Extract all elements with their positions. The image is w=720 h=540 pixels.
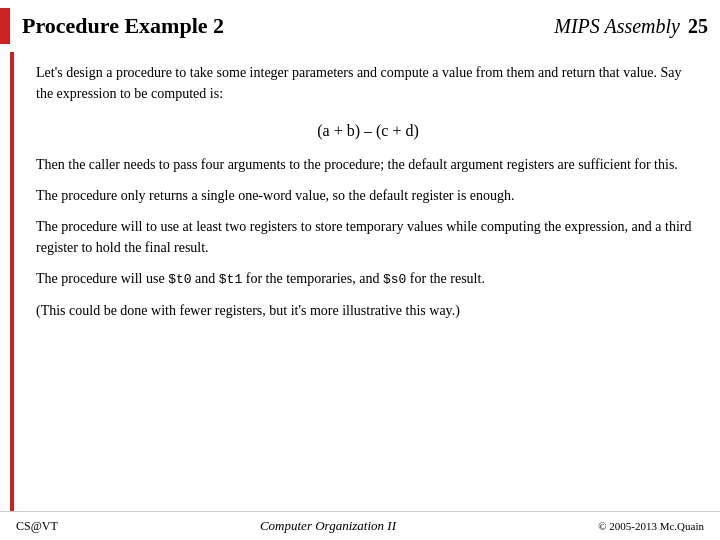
footer-right: © 2005-2013 Mc.Quain	[598, 520, 704, 532]
paragraph-5-prefix: The procedure will use	[36, 271, 168, 286]
footer-center: Computer Organization II	[260, 518, 396, 534]
paragraph-5-middle: for the temporaries, and	[242, 271, 383, 286]
paragraph-4: The procedure will to use at least two r…	[36, 216, 700, 258]
slide: Procedure Example 2 MIPS Assembly 25 Let…	[0, 0, 720, 540]
code-t1: $t1	[219, 272, 242, 287]
slide-header: Procedure Example 2 MIPS Assembly 25	[0, 0, 720, 52]
red-accent-bar	[0, 8, 10, 44]
slide-subtitle: MIPS Assembly	[554, 15, 680, 38]
code-t0: $t0	[168, 272, 191, 287]
slide-title: Procedure Example 2	[22, 13, 554, 39]
paragraph-1: Let's design a procedure to take some in…	[36, 62, 700, 104]
slide-footer: CS@VT Computer Organization II © 2005-20…	[0, 511, 720, 540]
paragraph-5: The procedure will use $t0 and $t1 for t…	[36, 268, 700, 290]
formula: (a + b) – (c + d)	[36, 122, 700, 140]
footer-left: CS@VT	[16, 519, 58, 534]
paragraph-5-and: and	[192, 271, 219, 286]
slide-number: 25	[688, 15, 708, 38]
paragraph-5-suffix: for the result.	[406, 271, 485, 286]
code-s0: $s0	[383, 272, 406, 287]
paragraph-3: The procedure only returns a single one-…	[36, 185, 700, 206]
paragraph-2: Then the caller needs to pass four argum…	[36, 154, 700, 175]
paragraph-6: (This could be done with fewer registers…	[36, 300, 700, 321]
slide-content: Let's design a procedure to take some in…	[10, 52, 720, 511]
